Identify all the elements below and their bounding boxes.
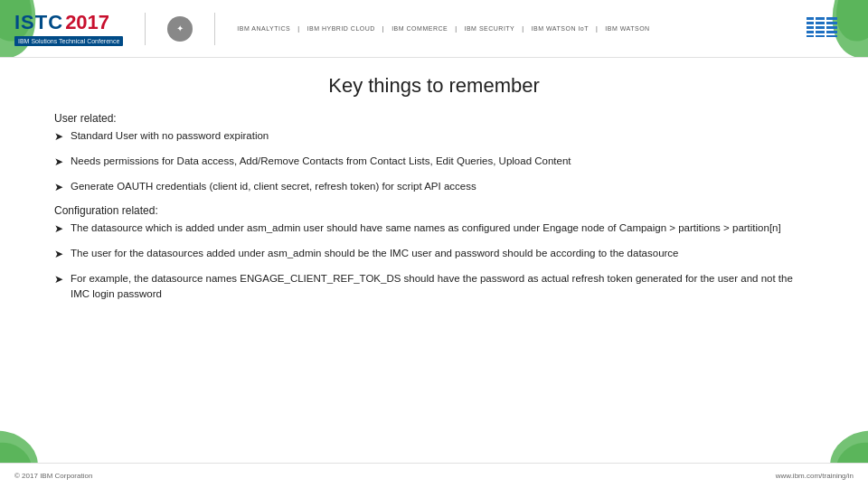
user-section-label: User related: [54,112,814,125]
arrow-icon-3: ➤ [54,179,63,195]
medallion-icon: ✦ [167,16,193,42]
user-section: User related: ➤ Standard User with no pa… [54,112,814,195]
nav-commerce: IBM COMMERCE [392,25,448,32]
nav-watson: IBM WATSON [605,25,649,32]
svg-rect-14 [826,17,837,20]
nav-cloud: IBM HYBRID CLOUD [307,25,375,32]
config-section: Configuration related: ➤ The datasource … [54,204,814,303]
nav-sep1: | [297,25,299,32]
user-bullet-2: ➤ Needs permissions for Data access, Add… [54,154,814,170]
nav-sep5: | [596,25,598,32]
config-bullet-3: ➤ For example, the datasource names ENGA… [54,271,814,303]
svg-rect-15 [826,22,837,24]
ibm-logo-icon [807,17,854,37]
nav-sep4: | [522,25,524,32]
arrow-icon-6: ➤ [54,271,63,287]
user-bullet-3: ➤ Generate OAUTH credentials (client id,… [54,179,814,195]
svg-rect-5 [807,22,814,24]
config-bullet-text-3: For example, the datasource names ENGAGE… [71,271,814,303]
logo-area: ISTC 2017 IBM Solutions Technical Confer… [14,11,650,46]
page-title: Key things to remember [54,74,814,98]
footer: © 2017 IBM Corporation www.ibm.com/train… [0,463,868,488]
svg-rect-13 [816,35,825,37]
nav-iot: IBM WATSON IoT [532,25,589,32]
config-section-label: Configuration related: [54,204,814,217]
nav-analytics: IBM ANALYTICS [237,25,290,32]
svg-rect-6 [807,26,814,29]
config-bullet-2: ➤ The user for the datasources added und… [54,246,814,262]
svg-rect-4 [807,17,814,20]
footer-copyright: © 2017 IBM Corporation [14,472,92,480]
user-bullet-list: ➤ Standard User with no password expirat… [54,128,814,195]
svg-rect-16 [826,26,837,29]
istc-logo-block: ISTC 2017 IBM Solutions Technical Confer… [14,11,123,46]
nav-sep3: | [455,25,457,32]
deco-bottom-right [818,413,868,463]
footer-website: www.ibm.com/training/in [776,472,854,480]
svg-rect-10 [816,22,825,24]
istc-text: ISTC [14,11,63,34]
user-bullet-text-3: Generate OAUTH credentials (client id, c… [71,179,814,194]
arrow-icon-5: ➤ [54,246,63,262]
svg-rect-9 [816,17,825,20]
user-bullet-text-1: Standard User with no password expiratio… [71,128,814,144]
svg-rect-17 [826,31,837,33]
svg-rect-11 [816,26,825,29]
user-bullet-1: ➤ Standard User with no password expirat… [54,128,814,145]
svg-rect-12 [816,31,825,33]
header-divider-2 [214,13,215,45]
svg-rect-18 [826,35,837,37]
nav-security: IBM SECURITY [465,25,515,32]
svg-rect-7 [807,31,814,33]
istc-logo: ISTC 2017 IBM Solutions Technical Confer… [14,11,123,46]
config-bullet-list: ➤ The datasource which is added under as… [54,221,814,303]
arrow-icon-4: ➤ [54,221,63,237]
user-bullet-text-2: Needs permissions for Data access, Add/R… [71,154,814,169]
ibm-solutions-badge: IBM Solutions Technical Conference [14,36,123,46]
arrow-icon-2: ➤ [54,154,63,170]
config-bullet-text-1: The datasource which is added under asm_… [71,221,814,236]
nav-links: IBM ANALYTICS | IBM HYBRID CLOUD | IBM C… [237,25,649,32]
header-divider [145,13,146,45]
istc-year: 2017 [65,11,109,34]
config-bullet-text-2: The user for the datasources added under… [71,246,814,261]
ibm-logo-right [807,17,854,41]
arrow-icon-1: ➤ [54,128,63,145]
svg-rect-8 [807,35,814,37]
deco-bottom-left [0,413,50,463]
header: ISTC 2017 IBM Solutions Technical Confer… [0,0,868,58]
config-bullet-1: ➤ The datasource which is added under as… [54,221,814,237]
main-content: Key things to remember User related: ➤ S… [0,58,868,321]
nav-sep2: | [382,25,384,32]
